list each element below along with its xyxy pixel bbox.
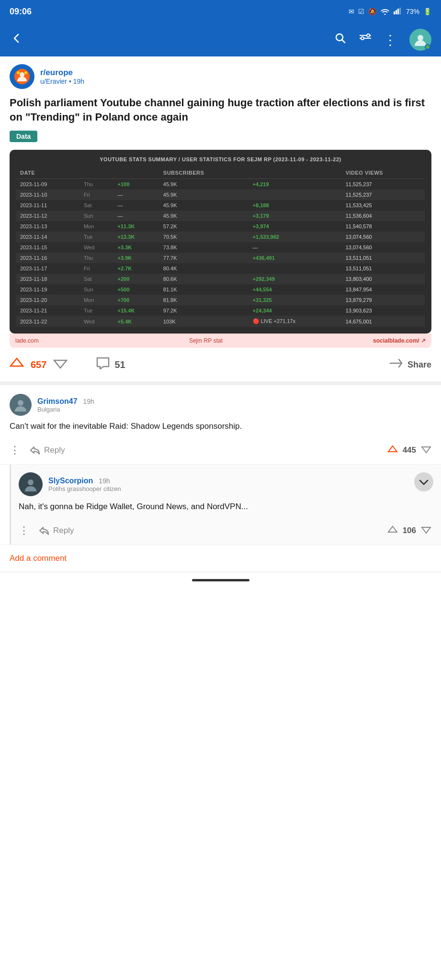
search-button[interactable] (334, 32, 347, 48)
table-cell: +100 (114, 179, 159, 190)
table-cell: — (114, 189, 159, 200)
post-author[interactable]: u/Eravier (40, 78, 67, 85)
svg-point-16 (17, 71, 20, 74)
footer-center: Sejm RP stat (189, 337, 223, 344)
nested-comment-1: SlyScorpion 19h Polihs grasshooper citiz… (10, 465, 441, 545)
upvote-button[interactable] (10, 356, 24, 373)
table-cell: 2023-11-14 (16, 232, 80, 242)
nested-author-info: SlyScorpion 19h Polihs grasshooper citiz… (48, 477, 121, 492)
svg-point-7 (367, 34, 370, 37)
comment-1-author-info: Grimson47 19h Bulgaria (37, 397, 94, 413)
svg-rect-1 (394, 11, 395, 14)
comment-1-header: Grimson47 19h Bulgaria (10, 394, 431, 416)
table-cell: 13,074,560 (342, 232, 425, 242)
table-cell: 11,536,604 (342, 211, 425, 221)
share-section[interactable]: Share (389, 357, 431, 372)
svg-point-17 (18, 400, 23, 406)
filter-button[interactable] (359, 32, 372, 48)
table-cell: 🔴 LIVE +271,17x (249, 316, 342, 327)
table-cell: +31,325 (249, 295, 342, 305)
table-cell: 13,903,623 (342, 305, 425, 316)
svg-point-14 (20, 72, 24, 77)
comment-1-location: Bulgaria (37, 406, 94, 413)
table-cell: 45.9K (159, 200, 249, 211)
nested-reply-button[interactable]: Reply (39, 526, 74, 535)
table-cell: — (114, 211, 159, 221)
table-cell (249, 189, 342, 200)
table-cell: 11,540,578 (342, 221, 425, 232)
svg-point-6 (361, 37, 364, 40)
comments-icon[interactable] (96, 357, 110, 372)
comment-1-more-button[interactable]: ⋮ (10, 444, 20, 457)
post-meta: u/Eravier • 19h (40, 78, 84, 85)
subreddit-avatar[interactable] (10, 64, 34, 89)
back-button[interactable] (10, 32, 23, 48)
add-comment-section: Add a comment (0, 545, 441, 572)
post-title: Polish parliament Youtube channel gainin… (10, 96, 431, 124)
online-indicator (425, 44, 430, 50)
table-cell: +8,188 (249, 200, 342, 211)
table-cell: 13,803,400 (342, 274, 425, 284)
nested-author[interactable]: SlyScorpion (48, 477, 93, 485)
table-cell: 13,879,279 (342, 295, 425, 305)
table-cell: 2023-11-20 (16, 295, 80, 305)
post-flair[interactable]: Data (10, 131, 37, 142)
vote-count: 657 (31, 359, 46, 370)
footer-right[interactable]: socialblade.com/ ↗ (373, 337, 426, 344)
stats-footer: lade.com Sejm RP stat socialblade.com/ ↗ (10, 334, 431, 348)
nested-upvote[interactable] (387, 525, 398, 536)
table-cell: 2023-11-21 (16, 305, 80, 316)
check-icon: ☑ (358, 8, 364, 15)
table-cell: Thu (80, 179, 114, 190)
table-cell: Fri (80, 189, 114, 200)
table-cell: 13,074,560 (342, 242, 425, 253)
table-cell: 57.2K (159, 221, 249, 232)
stats-title: YOUTUBE STATS SUMMARY / USER STATISTICS … (16, 156, 425, 162)
comment-1-reply-button[interactable]: Reply (30, 445, 65, 455)
table-cell: 2023-11-13 (16, 221, 80, 232)
table-cell: 2023-11-12 (16, 211, 80, 221)
table-cell: Sun (80, 284, 114, 295)
collapse-button[interactable] (414, 472, 433, 491)
svg-point-18 (28, 479, 34, 485)
nested-downvote[interactable] (421, 525, 431, 536)
add-comment-button[interactable]: Add a comment (10, 554, 67, 563)
mail-icon: ✉ (349, 8, 354, 15)
table-cell: Sat (80, 200, 114, 211)
table-cell: +44,554 (249, 284, 342, 295)
table-cell: +2.7K (114, 263, 159, 274)
share-icon (389, 357, 403, 372)
status-icons: ✉ ☑ 🔕 73% 🔋 (349, 7, 431, 16)
nested-more-button[interactable]: ⋮ (19, 524, 29, 537)
table-cell: Thu (80, 253, 114, 263)
col-date: DATE (16, 167, 80, 179)
table-cell: 81.8K (159, 295, 249, 305)
comment-1-downvote[interactable] (421, 445, 431, 456)
reply-label: Reply (44, 445, 65, 455)
stats-image: YOUTUBE STATS SUMMARY / USER STATISTICS … (10, 150, 431, 334)
comment-1-actions: ⋮ Reply 445 (10, 439, 431, 464)
svg-rect-3 (397, 9, 399, 14)
table-cell: +500 (114, 284, 159, 295)
table-cell: +1,533,982 (249, 232, 342, 242)
svg-point-15 (24, 71, 27, 74)
table-cell: +3,179 (249, 211, 342, 221)
footer-left: lade.com (15, 337, 39, 344)
table-cell: 13,847,954 (342, 284, 425, 295)
signal-icon (394, 8, 402, 16)
downvote-button[interactable] (53, 356, 68, 373)
bottom-bar (0, 572, 441, 588)
comment-1-upvote[interactable] (387, 445, 398, 456)
table-cell: Tue (80, 232, 114, 242)
subreddit-name[interactable]: r/europe (40, 68, 84, 78)
comment-1-author[interactable]: Grimson47 (37, 397, 78, 406)
nested-vote-count: 106 (403, 526, 416, 535)
user-avatar[interactable] (409, 29, 431, 51)
table-cell: +700 (114, 295, 159, 305)
table-cell: Wed (80, 242, 114, 253)
table-cell: 14,675,001 (342, 316, 425, 327)
post-time: 19h (73, 78, 84, 85)
table-cell: +292,349 (249, 274, 342, 284)
more-button[interactable]: ⋮ (384, 32, 398, 48)
nested-comment-header: SlyScorpion 19h Polihs grasshooper citiz… (19, 472, 431, 496)
